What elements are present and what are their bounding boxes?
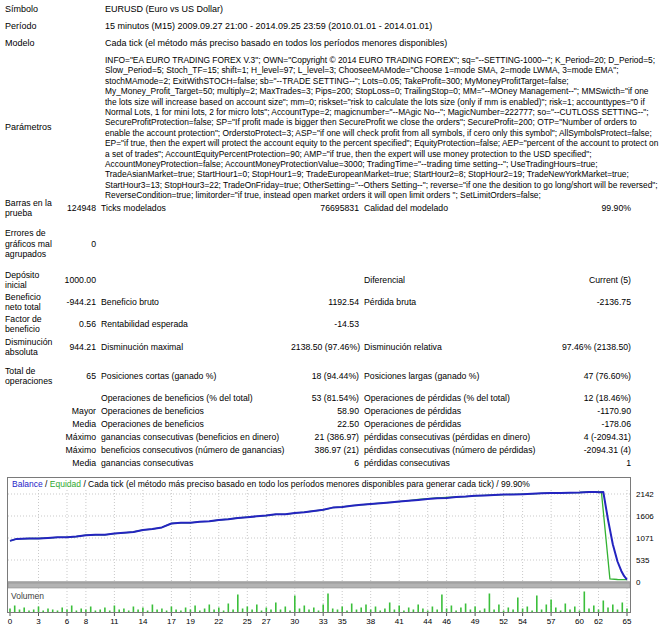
volume-bar <box>546 605 548 613</box>
volume-bar <box>38 607 40 613</box>
x-tick-label: 3 <box>36 617 41 626</box>
x-tick-label: 44 <box>423 617 432 626</box>
x-tick-label: 17 <box>167 617 176 626</box>
volume-bar <box>23 608 25 613</box>
volume-bar <box>436 610 438 613</box>
volume-bar <box>90 607 92 613</box>
x-tick-label: 65 <box>623 617 632 626</box>
model-value: Cada tick (el método más preciso basado … <box>105 38 661 49</box>
x-tick-label: 22 <box>214 617 223 626</box>
stat-value: -1170.90 <box>559 406 631 416</box>
legend-separator: / <box>494 479 501 489</box>
x-tick-label: 30 <box>290 617 299 626</box>
stat-value: 22.50 <box>291 419 359 429</box>
report-statistics: Barras en la prueba 124948 Ticks modelad… <box>5 195 645 469</box>
volume-bar <box>180 611 182 613</box>
x-tick-label: 0 <box>8 617 13 626</box>
stat-label: Factor de beneficio <box>5 314 55 335</box>
volume-bar <box>228 604 230 613</box>
volume-bar <box>522 609 524 613</box>
volume-bar <box>152 605 154 613</box>
volume-bar <box>584 592 586 613</box>
volume-bar <box>337 610 339 613</box>
balance-line <box>10 492 627 580</box>
x-tick-label: 11 <box>110 617 119 626</box>
x-tick-label: 19 <box>186 617 195 626</box>
stat-desc: Operaciones de beneficios <box>101 406 286 416</box>
volume-bar <box>199 611 201 613</box>
graph-canvas[interactable]: Volumen 03681114171922252730333538414446… <box>0 474 665 626</box>
y-tick-label: 2142 <box>636 490 654 499</box>
y-tick-label: 0 <box>636 578 641 587</box>
volume-bar <box>247 607 249 613</box>
volume-bar <box>71 606 73 613</box>
volume-bar <box>422 609 424 613</box>
stat-value: 21 (386.97) <box>291 432 359 442</box>
stat-prefix: Media <box>5 458 96 468</box>
volume-bar <box>42 611 44 613</box>
volume-bar <box>161 609 163 613</box>
strategy-tester-report: Símbolo EURUSD (Euro vs US Dollar) Perío… <box>0 0 665 626</box>
volume-label: Volumen <box>11 591 44 601</box>
stat-desc: Operaciones de beneficios <box>101 419 286 429</box>
volume-bar <box>308 610 310 613</box>
x-tick-label: 25 <box>243 617 252 626</box>
volume-bar <box>76 611 78 613</box>
stat-value: -14.53 <box>291 319 359 329</box>
stat-value: Current (5) <box>559 275 631 285</box>
stat-value: 1192.54 <box>291 297 359 307</box>
volume-bar <box>531 611 533 613</box>
volume-bar <box>61 608 63 613</box>
volume-bar <box>80 609 82 613</box>
stat-desc: Pérdida bruta <box>364 297 554 307</box>
results-graph: Volumen 03681114171922252730333538414446… <box>0 474 665 626</box>
info-row-model: Modelo Cada tick (el método más preciso … <box>5 38 661 49</box>
volume-bar <box>147 611 149 613</box>
stat-value: 76695831 <box>291 203 359 213</box>
y-tick-label: 1606 <box>636 512 654 521</box>
table-row: Barras en la prueba 124948 Ticks modelad… <box>5 195 645 221</box>
x-tick-label: 62 <box>594 617 603 626</box>
volume-bar <box>508 608 510 613</box>
stat-desc: Calidad del modelado <box>364 203 554 213</box>
x-tick-label: 8 <box>84 617 89 626</box>
volume-bar <box>114 606 116 613</box>
volume-bar <box>427 611 429 613</box>
stat-desc: ganancias consecutivas <box>101 458 286 468</box>
volume-bar <box>142 608 144 613</box>
graph-quality: 99.90% <box>501 479 530 489</box>
legend-equity: Equidad <box>50 479 81 489</box>
volume-bar <box>536 596 538 613</box>
volume-bar <box>474 607 476 613</box>
table-row: Factor de beneficio 0.56 Rentabilidad es… <box>5 313 645 335</box>
stat-value: -944.21 <box>60 297 96 307</box>
volume-bar <box>588 609 590 613</box>
volume-bar <box>489 594 491 613</box>
x-tick-label: 41 <box>395 617 404 626</box>
volume-bar <box>95 611 97 613</box>
stat-desc: ganancias consecutivas (beneficios en di… <box>101 432 286 442</box>
stat-label: Total de operaciones <box>5 366 55 387</box>
stat-desc: Operaciones de pérdidas (% del total) <box>364 393 554 403</box>
volume-bar <box>33 610 35 613</box>
stat-value: 4 (-2094.31) <box>559 432 631 442</box>
volume-bar <box>365 605 367 613</box>
stat-value: 47 (76.60%) <box>559 371 631 381</box>
y-tick-label: 1071 <box>636 534 654 543</box>
volume-bar <box>498 605 500 613</box>
stat-desc: Operaciones de pérdidas <box>364 419 554 429</box>
volume-bar <box>451 606 453 613</box>
volume-bar <box>460 608 462 613</box>
volume-bar <box>322 605 324 613</box>
volume-bar <box>14 606 16 613</box>
volume-bar <box>266 608 268 613</box>
period-label: Período <box>5 21 105 32</box>
volume-bar <box>493 610 495 613</box>
stat-value: 1 <box>559 458 631 468</box>
stat-desc: Diferencial <box>364 275 554 285</box>
report-header-info: Símbolo EURUSD (Euro vs US Dollar) Perío… <box>5 4 661 207</box>
volume-bar <box>617 610 619 613</box>
volume-bar <box>593 606 595 613</box>
volume-bar <box>612 605 614 613</box>
volume-bar <box>398 606 400 613</box>
